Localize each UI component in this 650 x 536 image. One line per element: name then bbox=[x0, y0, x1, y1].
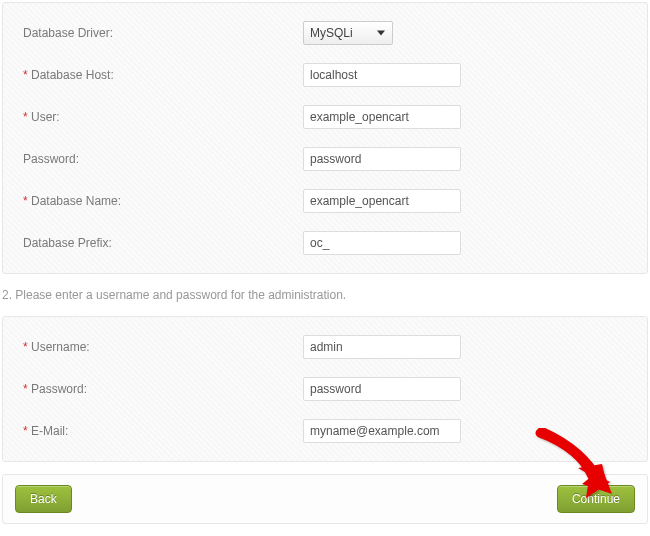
admin-username-input[interactable] bbox=[303, 335, 461, 359]
row-admin-email: * E-Mail: bbox=[23, 419, 627, 443]
label-db-password: Password: bbox=[23, 152, 303, 166]
required-star: * bbox=[23, 110, 28, 124]
db-user-input[interactable] bbox=[303, 105, 461, 129]
row-db-password: Password: bbox=[23, 147, 627, 171]
label-text: E-Mail: bbox=[31, 424, 68, 438]
label-db-host: * Database Host: bbox=[23, 68, 303, 82]
database-panel: Database Driver: MySQLi * Database Host:… bbox=[2, 2, 648, 274]
admin-password-input[interactable] bbox=[303, 377, 461, 401]
required-star: * bbox=[23, 340, 28, 354]
label-db-user: * User: bbox=[23, 110, 303, 124]
required-star: * bbox=[23, 382, 28, 396]
db-prefix-input[interactable] bbox=[303, 231, 461, 255]
label-text: Username: bbox=[31, 340, 90, 354]
label-db-driver: Database Driver: bbox=[23, 26, 303, 40]
row-db-name: * Database Name: bbox=[23, 189, 627, 213]
row-admin-password: * Password: bbox=[23, 377, 627, 401]
db-driver-select-wrap: MySQLi bbox=[303, 21, 393, 45]
label-admin-username: * Username: bbox=[23, 340, 303, 354]
db-host-input[interactable] bbox=[303, 63, 461, 87]
label-text: Database Prefix: bbox=[23, 236, 112, 250]
button-bar: Back Continue bbox=[2, 474, 648, 524]
db-password-input[interactable] bbox=[303, 147, 461, 171]
label-text: Database Name: bbox=[31, 194, 121, 208]
db-name-input[interactable] bbox=[303, 189, 461, 213]
label-text: Password: bbox=[23, 152, 79, 166]
admin-email-input[interactable] bbox=[303, 419, 461, 443]
row-db-prefix: Database Prefix: bbox=[23, 231, 627, 255]
label-text: Password: bbox=[31, 382, 87, 396]
row-db-user: * User: bbox=[23, 105, 627, 129]
label-db-name: * Database Name: bbox=[23, 194, 303, 208]
label-text: Database Driver: bbox=[23, 26, 113, 40]
required-star: * bbox=[23, 68, 28, 82]
row-db-host: * Database Host: bbox=[23, 63, 627, 87]
continue-button[interactable]: Continue bbox=[557, 485, 635, 513]
step2-instruction: 2. Please enter a username and password … bbox=[2, 288, 648, 302]
row-db-driver: Database Driver: MySQLi bbox=[23, 21, 627, 45]
required-star: * bbox=[23, 424, 28, 438]
admin-panel: * Username: * Password: * E-Mail: bbox=[2, 316, 648, 462]
row-admin-username: * Username: bbox=[23, 335, 627, 359]
label-text: Database Host: bbox=[31, 68, 114, 82]
back-button[interactable]: Back bbox=[15, 485, 72, 513]
required-star: * bbox=[23, 194, 28, 208]
label-admin-password: * Password: bbox=[23, 382, 303, 396]
label-text: User: bbox=[31, 110, 60, 124]
label-db-prefix: Database Prefix: bbox=[23, 236, 303, 250]
db-driver-select[interactable]: MySQLi bbox=[303, 21, 393, 45]
label-admin-email: * E-Mail: bbox=[23, 424, 303, 438]
